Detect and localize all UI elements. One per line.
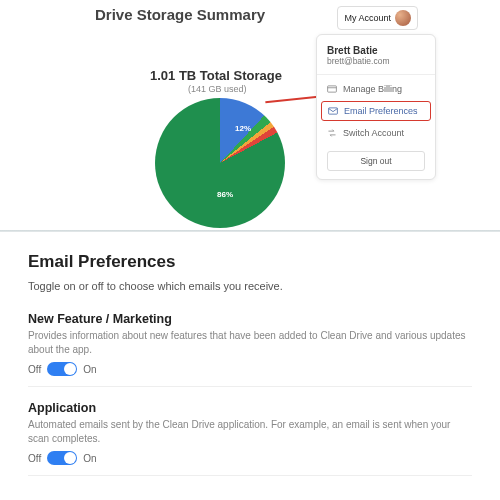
menu-item-label: Email Preferences: [344, 106, 418, 116]
email-prefs-heading: Email Preferences: [28, 252, 472, 272]
dropdown-header: Brett Batie brett@batie.com: [317, 41, 435, 75]
my-account-button[interactable]: My Account: [337, 6, 418, 30]
toggle-on-label: On: [83, 453, 96, 464]
avatar: [395, 10, 411, 26]
pie-slice-label-small: 12%: [235, 124, 251, 133]
pie-slice-label-large: 86%: [217, 190, 233, 199]
toggle-off-label: Off: [28, 364, 41, 375]
svg-rect-0: [328, 86, 337, 92]
switch-icon: [327, 128, 337, 138]
toggle-switch[interactable]: [47, 451, 77, 465]
pref-title: New Feature / Marketing: [28, 312, 472, 326]
used-storage-label: (141 GB used): [188, 84, 247, 94]
menu-item-label: Switch Account: [343, 128, 404, 138]
email-preferences-panel: Email Preferences Toggle on or off to ch…: [0, 232, 500, 500]
pref-title: Application: [28, 401, 472, 415]
toggle-knob: [64, 452, 76, 464]
pref-new-feature: New Feature / Marketing Provides informa…: [28, 312, 472, 387]
page-title: Drive Storage Summary: [95, 6, 265, 23]
pref-toggle-row: Off On: [28, 362, 472, 376]
toggle-knob: [64, 363, 76, 375]
pie-graphic: [155, 98, 285, 228]
pref-description: Provides information about new features …: [28, 329, 472, 356]
svg-rect-2: [329, 108, 338, 114]
menu-item-switch-account[interactable]: Switch Account: [317, 123, 435, 143]
toggle-off-label: Off: [28, 453, 41, 464]
menu-item-label: Manage Billing: [343, 84, 402, 94]
toggle-on-label: On: [83, 364, 96, 375]
storage-pie-chart: 86% 12%: [155, 98, 285, 228]
user-name: Brett Batie: [327, 45, 425, 56]
storage-summary-panel: Drive Storage Summary 1.01 TB Total Stor…: [0, 0, 500, 230]
menu-item-email-preferences[interactable]: Email Preferences: [321, 101, 431, 121]
card-icon: [327, 84, 337, 94]
pref-toggle-row: Off On: [28, 451, 472, 465]
menu-item-manage-billing[interactable]: Manage Billing: [317, 79, 435, 99]
mail-icon: [328, 106, 338, 116]
account-dropdown: Brett Batie brett@batie.com Manage Billi…: [316, 34, 436, 180]
my-account-label: My Account: [344, 13, 391, 23]
sign-out-button[interactable]: Sign out: [327, 151, 425, 171]
user-email: brett@batie.com: [327, 56, 425, 66]
pref-application: Application Automated emails sent by the…: [28, 401, 472, 476]
email-prefs-subheading: Toggle on or off to choose which emails …: [28, 280, 472, 292]
toggle-switch[interactable]: [47, 362, 77, 376]
pref-description: Automated emails sent by the Clean Drive…: [28, 418, 472, 445]
total-storage-label: 1.01 TB Total Storage: [150, 68, 282, 83]
